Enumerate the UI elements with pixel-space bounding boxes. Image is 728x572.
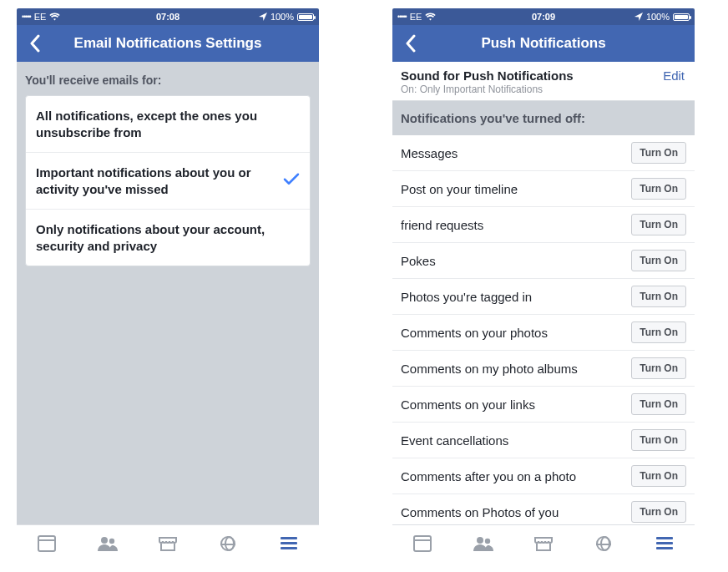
option-label: Only notifications about your account, s… [36, 222, 265, 253]
tab-friends[interactable] [472, 532, 495, 555]
list-item-label: Photos you're tagged in [401, 290, 532, 304]
menu-icon [656, 534, 673, 552]
globe-icon [596, 536, 611, 551]
nav-title: Email Notifications Settings [17, 35, 319, 52]
checkmark-icon [283, 172, 300, 190]
friends-icon [97, 536, 119, 551]
battery-pct: 100% [646, 12, 670, 22]
list-item: Post on your timelineTurn On [392, 171, 695, 207]
status-left: ••••• EE [22, 12, 156, 22]
status-right: 100% [179, 12, 314, 22]
list-item: Comments after you on a photoTurn On [392, 458, 695, 494]
tab-feed[interactable] [35, 532, 58, 555]
list-item: friend requestsTurn On [392, 207, 695, 243]
list-item: Comments on Photos of youTurn On [392, 494, 695, 524]
notifications-off-list[interactable]: MessagesTurn OnPost on your timelineTurn… [392, 135, 695, 524]
status-bar: ••••• EE 07:08 100% [17, 8, 319, 25]
list-item-label: Post on your timeline [401, 182, 518, 196]
turn-on-button[interactable]: Turn On [631, 178, 686, 200]
back-button[interactable] [392, 25, 429, 62]
tab-feed[interactable] [411, 532, 434, 555]
email-option-all[interactable]: All notifications, except the ones you u… [26, 96, 310, 152]
list-item-label: Comments on Photos of you [401, 505, 559, 519]
tab-marketplace[interactable] [156, 532, 179, 555]
content-area: You'll receive emails for: All notificat… [17, 62, 319, 524]
edit-link[interactable]: Edit [663, 68, 685, 83]
svg-rect-4 [414, 536, 431, 551]
turn-on-button[interactable]: Turn On [631, 429, 686, 451]
turn-on-button[interactable]: Turn On [631, 321, 686, 343]
sound-title: Sound for Push Notifications [401, 68, 686, 83]
status-bar: ••••• EE 07:09 100% [392, 8, 695, 25]
svg-rect-0 [38, 536, 55, 551]
signal-dots-icon: ••••• [397, 13, 407, 21]
nav-header: Email Notifications Settings [17, 25, 319, 62]
location-icon [259, 13, 267, 21]
option-label: Important notifications about you or act… [36, 165, 251, 196]
option-label: All notifications, except the ones you u… [36, 109, 257, 139]
status-time: 07:09 [532, 12, 555, 22]
tab-notifications[interactable] [592, 532, 615, 555]
tab-bar [17, 524, 319, 561]
content-area: Sound for Push Notifications On: Only Im… [392, 62, 695, 524]
list-item-label: Comments after you on a photo [401, 469, 576, 483]
wifi-icon [49, 13, 60, 21]
carrier-label: EE [34, 12, 47, 22]
globe-icon [220, 536, 235, 551]
list-item-label: Comments on your photos [401, 326, 548, 340]
tab-menu[interactable] [653, 532, 676, 555]
list-item: Comments on your photosTurn On [392, 315, 695, 351]
tab-notifications[interactable] [216, 532, 240, 555]
list-item-label: Comments on my photo albums [401, 362, 578, 376]
status-right: 100% [555, 12, 690, 22]
status-left: ••••• EE [397, 12, 532, 22]
phone-push-notifications: ••••• EE 07:09 100% Push Notifications S… [392, 8, 695, 561]
chevron-left-icon [405, 34, 417, 53]
list-item: Photos you're tagged inTurn On [392, 279, 695, 315]
friends-icon [473, 536, 494, 551]
list-item-label: Pokes [401, 254, 436, 268]
turned-off-label: Notifications you've turned off: [392, 101, 695, 135]
nav-header: Push Notifications [392, 25, 695, 62]
section-label: You'll receive emails for: [17, 62, 319, 95]
feed-icon [38, 535, 56, 552]
list-item-label: Event cancellations [401, 433, 508, 448]
list-item: Comments on your linksTurn On [392, 387, 695, 423]
email-options-card: All notifications, except the ones you u… [25, 95, 311, 266]
svg-point-3 [109, 538, 114, 543]
turn-on-button[interactable]: Turn On [631, 286, 686, 307]
turn-on-button[interactable]: Turn On [631, 142, 686, 164]
sound-settings-row[interactable]: Sound for Push Notifications On: Only Im… [392, 62, 695, 101]
list-item: Comments on my photo albumsTurn On [392, 351, 695, 387]
list-item: Event cancellationsTurn On [392, 423, 695, 458]
svg-point-7 [484, 538, 489, 543]
nav-title: Push Notifications [392, 35, 695, 52]
signal-dots-icon: ••••• [22, 13, 31, 21]
tab-friends[interactable] [96, 532, 119, 555]
list-item-label: friend requests [401, 218, 483, 232]
email-option-important[interactable]: Important notifications about you or act… [26, 152, 310, 209]
tab-menu[interactable] [277, 532, 301, 555]
turn-on-button[interactable]: Turn On [631, 393, 686, 415]
wifi-icon [425, 13, 436, 21]
turn-on-button[interactable]: Turn On [631, 501, 686, 523]
back-button[interactable] [17, 25, 53, 62]
marketplace-icon [534, 535, 553, 552]
phone-email-notifications: ••••• EE 07:08 100% Email Notifications … [17, 8, 319, 561]
tab-marketplace[interactable] [532, 532, 555, 555]
battery-icon [297, 13, 314, 21]
turn-on-button[interactable]: Turn On [631, 214, 686, 235]
list-item: MessagesTurn On [392, 135, 695, 171]
sound-subtitle: On: Only Important Notifications [401, 84, 686, 95]
svg-point-6 [477, 537, 483, 544]
marketplace-icon [159, 535, 177, 552]
turn-on-button[interactable]: Turn On [631, 465, 686, 487]
list-item: PokesTurn On [392, 243, 695, 279]
tab-bar [392, 524, 695, 561]
chevron-left-icon [29, 34, 41, 53]
email-option-account[interactable]: Only notifications about your account, s… [26, 209, 310, 266]
turn-on-button[interactable]: Turn On [631, 250, 686, 271]
turn-on-button[interactable]: Turn On [631, 357, 686, 379]
battery-pct: 100% [270, 12, 294, 22]
battery-icon [673, 13, 690, 21]
